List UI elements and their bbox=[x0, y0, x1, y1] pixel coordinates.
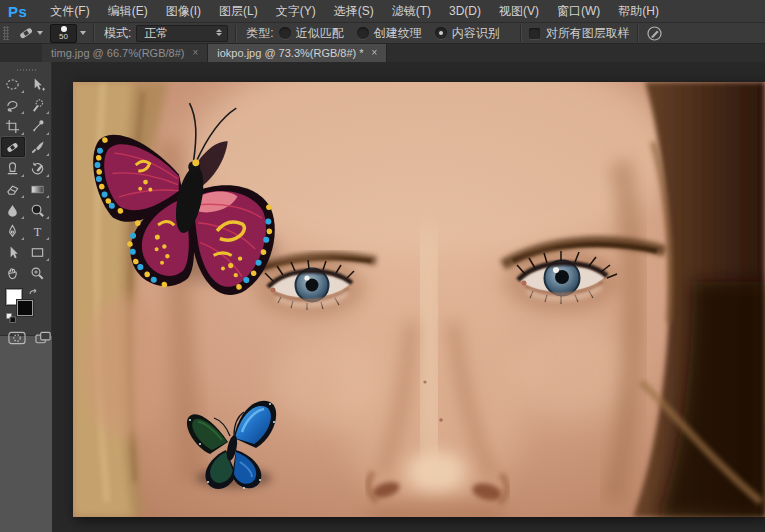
brush-size-value: 50 bbox=[59, 33, 68, 41]
blur-drop-icon bbox=[5, 203, 20, 218]
mode-dropdown[interactable]: 正常 bbox=[136, 25, 228, 42]
menu-3d[interactable]: 3D(D) bbox=[440, 0, 490, 22]
menu-bar: Ps 文件(F) 编辑(E) 图像(I) 图层(L) 文字(Y) 选择(S) 滤… bbox=[0, 0, 765, 22]
marquee-icon bbox=[5, 77, 20, 92]
type-radio-group: 近似匹配 创建纹理 内容识别 bbox=[279, 25, 513, 42]
lasso-icon bbox=[5, 98, 20, 113]
tools-panel-grip[interactable] bbox=[16, 69, 36, 71]
swap-colors-icon[interactable] bbox=[28, 288, 39, 299]
tab-iokpo-label: iokpo.jpg @ 73.3%(RGB/8#) * bbox=[217, 47, 363, 59]
close-icon[interactable]: × bbox=[372, 48, 378, 58]
tool-zoom[interactable] bbox=[26, 263, 50, 283]
tools-panel: T bbox=[0, 62, 52, 336]
tool-eraser[interactable] bbox=[1, 179, 25, 199]
menu-filter[interactable]: 滤镜(T) bbox=[383, 0, 440, 22]
tab-timg[interactable]: timg.jpg @ 66.7%(RGB/8#) × bbox=[42, 44, 208, 62]
tool-preset-button[interactable] bbox=[14, 24, 46, 42]
menu-layer[interactable]: 图层(L) bbox=[210, 0, 267, 22]
crop-icon bbox=[5, 119, 20, 134]
brush-icon bbox=[30, 140, 45, 155]
menu-image[interactable]: 图像(I) bbox=[157, 0, 210, 22]
menu-edit[interactable]: 编辑(E) bbox=[99, 0, 157, 22]
zoom-icon bbox=[30, 266, 45, 281]
pen-icon bbox=[5, 224, 20, 239]
type-icon: T bbox=[30, 224, 45, 239]
sample-all-layers-label: 对所有图层取样 bbox=[546, 25, 630, 42]
color-swatches bbox=[6, 289, 46, 323]
tool-options-bar: 50 模式: 正常 类型: 近似匹配 创建纹理 内容识别 对所有图层取样 bbox=[0, 22, 765, 44]
eyedropper-icon bbox=[30, 119, 45, 134]
spot-healing-brush-icon bbox=[17, 25, 35, 41]
divider bbox=[637, 25, 639, 42]
canvas-image[interactable] bbox=[73, 82, 765, 517]
screen-mode-icon[interactable] bbox=[35, 331, 51, 345]
menu-help[interactable]: 帮助(H) bbox=[609, 0, 668, 22]
mode-value: 正常 bbox=[144, 25, 168, 42]
divider bbox=[235, 25, 237, 42]
background-color-swatch[interactable] bbox=[17, 300, 33, 316]
tool-dodge[interactable] bbox=[26, 200, 50, 220]
dropdown-arrows-icon bbox=[216, 29, 222, 36]
tool-history-brush[interactable] bbox=[26, 158, 50, 178]
tab-timg-label: timg.jpg @ 66.7%(RGB/8#) bbox=[51, 47, 184, 59]
history-brush-icon bbox=[30, 161, 45, 176]
tool-grid: T bbox=[0, 74, 51, 284]
options-bar-grip[interactable] bbox=[3, 26, 9, 40]
dodge-icon bbox=[30, 203, 45, 218]
quick-selection-icon bbox=[30, 98, 45, 113]
tool-gradient[interactable] bbox=[26, 179, 50, 199]
menu-file[interactable]: 文件(F) bbox=[41, 0, 98, 22]
tool-crop[interactable] bbox=[1, 116, 25, 136]
move-icon bbox=[30, 77, 45, 92]
tools-panel-bottom bbox=[8, 331, 51, 345]
close-icon[interactable]: × bbox=[192, 48, 198, 58]
tab-iokpo[interactable]: iokpo.jpg @ 73.3%(RGB/8#) * × bbox=[208, 44, 387, 62]
tool-pen[interactable] bbox=[1, 221, 25, 241]
eraser-icon bbox=[5, 182, 20, 197]
gradient-icon bbox=[30, 182, 45, 197]
sample-all-layers-checkbox[interactable] bbox=[529, 28, 540, 39]
hand-icon bbox=[5, 266, 20, 281]
radio-create-texture[interactable] bbox=[357, 27, 369, 39]
radio-content-aware-label: 内容识别 bbox=[452, 25, 500, 42]
brush-tip-icon bbox=[61, 26, 67, 32]
photoshop-window: Ps 文件(F) 编辑(E) 图像(I) 图层(L) 文字(Y) 选择(S) 滤… bbox=[0, 0, 765, 532]
menu-type[interactable]: 文字(Y) bbox=[267, 0, 325, 22]
tool-eyedropper[interactable] bbox=[26, 116, 50, 136]
photoshop-logo: Ps bbox=[8, 3, 27, 20]
tablet-pressure-icon[interactable] bbox=[646, 25, 663, 42]
document-tab-bar: timg.jpg @ 66.7%(RGB/8#) × iokpo.jpg @ 7… bbox=[0, 44, 765, 62]
tool-rectangle[interactable] bbox=[26, 242, 50, 262]
brush-size-preview[interactable]: 50 bbox=[50, 24, 77, 43]
tool-quick-selection[interactable] bbox=[26, 95, 50, 115]
tool-type[interactable]: T bbox=[26, 221, 50, 241]
path-selection-icon bbox=[5, 245, 20, 260]
menu-window[interactable]: 窗口(W) bbox=[548, 0, 609, 22]
tool-elliptical-marquee[interactable] bbox=[1, 74, 25, 94]
tool-blur[interactable] bbox=[1, 200, 25, 220]
tool-move[interactable] bbox=[26, 74, 50, 94]
menu-view[interactable]: 视图(V) bbox=[490, 0, 548, 22]
tool-hand[interactable] bbox=[1, 263, 25, 283]
type-label: 类型: bbox=[246, 25, 273, 42]
chevron-down-icon bbox=[37, 31, 43, 35]
brush-picker-chevron-icon[interactable] bbox=[80, 31, 86, 35]
quick-mask-icon[interactable] bbox=[8, 331, 26, 345]
tool-path-selection[interactable] bbox=[1, 242, 25, 262]
radio-proximity-match[interactable] bbox=[279, 27, 291, 39]
menu-select[interactable]: 选择(S) bbox=[325, 0, 383, 22]
radio-proximity-match-label: 近似匹配 bbox=[296, 25, 344, 42]
svg-text:T: T bbox=[34, 224, 42, 238]
tool-clone-stamp[interactable] bbox=[1, 158, 25, 178]
radio-content-aware[interactable] bbox=[435, 27, 447, 39]
tool-brush[interactable] bbox=[26, 137, 50, 157]
radio-create-texture-label: 创建纹理 bbox=[374, 25, 422, 42]
tool-lasso[interactable] bbox=[1, 95, 25, 115]
workspace: T bbox=[0, 62, 765, 532]
default-colors-icon[interactable] bbox=[6, 313, 16, 323]
spot-healing-brush-icon bbox=[5, 140, 20, 155]
rectangle-icon bbox=[30, 245, 45, 260]
clone-stamp-icon bbox=[5, 161, 20, 176]
mode-label: 模式: bbox=[104, 25, 131, 42]
tool-spot-healing-brush[interactable] bbox=[1, 137, 25, 157]
